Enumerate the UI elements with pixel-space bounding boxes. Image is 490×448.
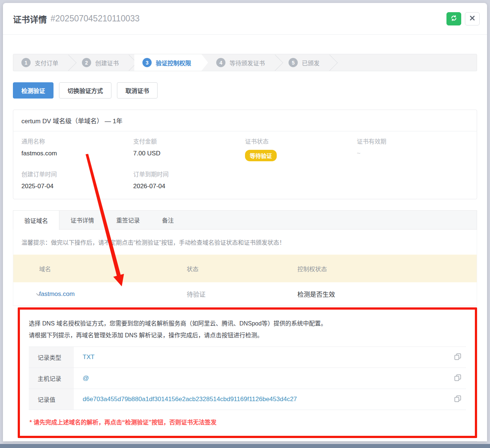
page-title: 证书详情	[13, 13, 47, 25]
dns-warning-text: * 请先完成上述域名的解析，再点击“检测验证”按钮，否则证书无法签发	[29, 410, 466, 429]
tab-remarks[interactable]: 备注	[151, 211, 185, 229]
field-validity: 证书有效期 ~	[357, 137, 469, 161]
host-record-value: @	[74, 375, 449, 382]
common-name-value: fastmos.com	[21, 150, 133, 157]
copy-record-value-button[interactable]	[449, 395, 466, 404]
refresh-icon	[451, 15, 457, 23]
action-buttons: 检测验证 切换验证方式 取消证书	[13, 82, 477, 99]
copy-icon	[454, 353, 462, 362]
step-create-cert: 2 创建证书	[74, 54, 128, 71]
tab-verify-domain[interactable]: 验证域名	[13, 211, 59, 230]
dns-row-host-record: 主机记录 @	[29, 368, 466, 389]
field-expire-time: 订单到期时间 2026-07-04	[133, 169, 245, 190]
window-bottom-edge	[0, 444, 490, 448]
step-number: 4	[216, 58, 225, 67]
record-value-value: d6e703a455d79b880a1df3014156e2acb2328514…	[74, 396, 449, 403]
close-icon	[470, 15, 475, 22]
domain-status: 待验证	[187, 289, 297, 299]
copy-record-type-button[interactable]	[449, 353, 466, 362]
record-type-value: TXT	[74, 354, 449, 361]
step-wait-issue: 4 等待颁发证书	[208, 54, 275, 71]
cancel-certificate-button[interactable]: 取消证书	[117, 82, 158, 99]
status-badge: 等待验证	[245, 150, 277, 161]
dns-instructions: 选择 DNS 域名授权验证方式，您需要到您的域名解析服务商（如阿里云、腾讯、DN…	[29, 318, 466, 341]
chevron-down-icon[interactable]	[36, 290, 41, 298]
step-number: 5	[289, 58, 298, 67]
modal-header: 证书详情 #202507045210110033	[3, 3, 487, 35]
created-value: 2025-07-04	[21, 183, 133, 190]
step-separator	[275, 54, 280, 71]
control-status: 检测是否生效	[297, 289, 477, 299]
domain-table-header: 域名 状态 控制权状态	[13, 255, 477, 282]
step-separator	[329, 54, 335, 71]
header-domain: 域名	[13, 264, 187, 273]
step-verify-control-active: 3 验证控制权限	[134, 54, 208, 71]
step-number: 1	[21, 58, 31, 67]
validity-value: ~	[357, 150, 469, 157]
order-number: #202507045210110033	[51, 14, 139, 24]
step-separator	[128, 54, 134, 71]
domain-link[interactable]: fastmos.com	[39, 290, 75, 297]
switch-verification-method-button[interactable]: 切换验证方式	[59, 82, 111, 99]
field-amount: 支付金额 7.00 USD	[133, 137, 245, 161]
field-common-name: 通用名称 fastmos.com	[21, 137, 133, 161]
reminder-tip: 温馨提示：做完以下操作后，请不定期点击“检测验证”按钮，手动检查域名验证状态和证…	[13, 230, 477, 255]
copy-icon	[454, 374, 462, 383]
copy-icon	[454, 395, 462, 404]
step-wizard: 1 支付订单 2 创建证书 3 验证控制权限 4 等待颁发证书 5 已颁发	[13, 54, 477, 71]
close-button[interactable]	[465, 12, 480, 25]
check-verification-button[interactable]: 检测验证	[13, 82, 54, 99]
tabs-bar: 验证域名 证书详情 重签记录 备注	[13, 210, 477, 230]
header-status: 状态	[187, 264, 297, 273]
tab-cert-detail[interactable]: 证书详情	[59, 211, 105, 229]
certificate-info-panel: certum DV 域名级（单域名） — 1年 通用名称 fastmos.com…	[13, 110, 477, 199]
domain-row[interactable]: fastmos.com 待验证 检测是否生效	[13, 282, 477, 306]
certificate-detail-modal: 证书详情 #202507045210110033	[3, 3, 487, 441]
refresh-button[interactable]	[446, 12, 461, 25]
product-title: certum DV 域名级（单域名） — 1年	[13, 110, 477, 131]
domain-table: 域名 状态 控制权状态 fastmos.com 待验证 检测是否生效	[13, 255, 477, 306]
tab-section: 验证域名 证书详情 重签记录 备注 温馨提示：做完以下操作后，请不定期点击“检测…	[13, 210, 477, 441]
header-control-status: 控制权状态	[297, 264, 477, 273]
step-number: 3	[142, 58, 152, 67]
field-created-time: 创建订单时间 2025-07-04	[21, 169, 133, 190]
tab-reissue-history[interactable]: 重签记录	[105, 211, 151, 229]
field-cert-status: 证书状态 等待验证	[245, 137, 357, 161]
amount-value: 7.00 USD	[133, 150, 245, 157]
dns-record-table: 记录类型 TXT	[29, 347, 466, 410]
step-number: 2	[82, 58, 91, 67]
expire-value: 2026-07-04	[133, 183, 245, 190]
header-actions	[446, 12, 480, 25]
copy-host-record-button[interactable]	[449, 374, 466, 383]
dns-instruction-annotation-box: 选择 DNS 域名授权验证方式，您需要到您的域名解析服务商（如阿里云、腾讯、DN…	[18, 307, 477, 438]
dns-row-record-value: 记录值 d6e703a455d79b880a1df3014156e2acb232…	[29, 389, 466, 410]
step-separator	[68, 54, 74, 71]
dns-row-record-type: 记录类型 TXT	[29, 347, 466, 368]
step-pay-order: 1 支付订单	[13, 54, 68, 71]
